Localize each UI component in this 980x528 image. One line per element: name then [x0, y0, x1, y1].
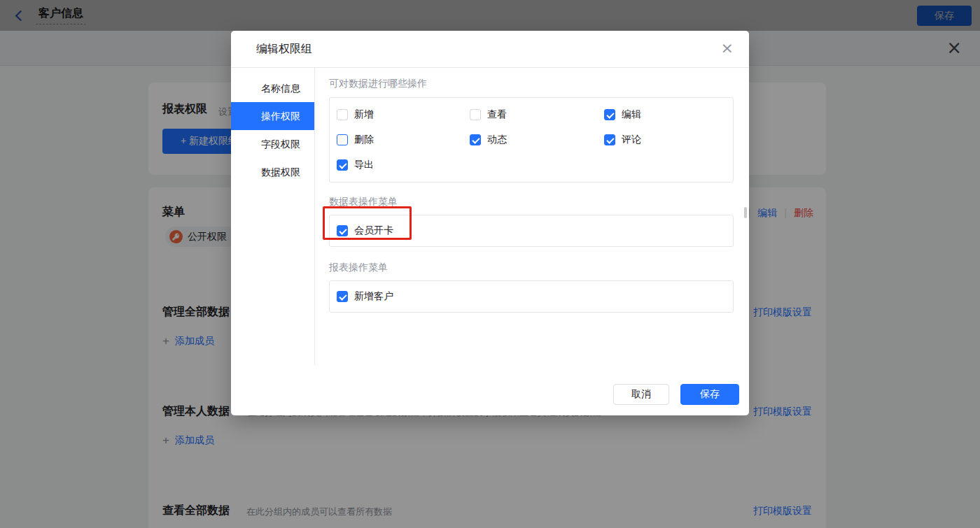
checkbox-item: 删除	[337, 127, 470, 152]
modal-scrollbar-thumb[interactable]	[744, 207, 747, 218]
dialog-header: 编辑权限组 ×	[231, 31, 749, 68]
checkbox[interactable]	[604, 134, 615, 145]
tab-operation-permission[interactable]: 操作权限	[231, 102, 314, 130]
tab-field-permission[interactable]: 字段权限	[231, 130, 314, 158]
checkbox[interactable]	[337, 134, 348, 145]
dialog-title: 编辑权限组	[256, 42, 312, 57]
checkbox[interactable]	[470, 134, 481, 145]
table-menu-section-label: 数据表操作菜单	[329, 196, 734, 208]
operations-checkbox-group: 新增 查看 编辑 删除 动态 评论 导出	[329, 97, 734, 183]
checkbox-item: 编辑	[604, 102, 733, 127]
topbar-dim-overlay	[0, 0, 980, 31]
dialog-footer: 取消 保存	[231, 365, 749, 415]
table-menu-checkbox-group: 会员开卡	[329, 215, 734, 247]
checkbox-item: 会员开卡	[337, 218, 393, 243]
checkbox-item: 新增	[337, 102, 470, 127]
checkbox[interactable]	[337, 291, 348, 302]
dialog-main: 可对数据进行哪些操作 新增 查看 编辑 删除 动态 评论 导出 数据表操作菜单 …	[315, 68, 749, 365]
tab-name-info[interactable]: 名称信息	[231, 74, 314, 102]
checkbox-item: 动态	[470, 127, 604, 152]
report-menu-checkbox-group: 新增客户	[329, 280, 734, 313]
checkbox[interactable]	[337, 159, 348, 171]
checkbox[interactable]	[604, 109, 615, 120]
checkbox-item: 查看	[470, 102, 604, 127]
tab-data-permission[interactable]: 数据权限	[231, 158, 314, 186]
edit-permission-group-dialog: 编辑权限组 × 名称信息 操作权限 字段权限 数据权限 可对数据进行哪些操作 新…	[231, 31, 749, 415]
cancel-button[interactable]: 取消	[613, 384, 669, 405]
checkbox[interactable]	[337, 225, 348, 236]
save-button[interactable]: 保存	[680, 384, 739, 405]
checkbox-item: 评论	[604, 127, 733, 152]
report-menu-section-label: 报表操作菜单	[329, 262, 734, 274]
app-window: 客户信息 保存 × 报表权限 设置 + 新建权限组 菜单 |编辑|删除 公开权限…	[0, 0, 980, 528]
dialog-body: 名称信息 操作权限 字段权限 数据权限 可对数据进行哪些操作 新增 查看 编辑 …	[231, 68, 749, 365]
checkbox[interactable]	[337, 109, 348, 120]
checkbox-item: 新增客户	[337, 284, 393, 309]
checkbox[interactable]	[470, 109, 481, 120]
checkbox-item: 导出	[337, 152, 470, 178]
operations-section-label: 可对数据进行哪些操作	[329, 78, 734, 90]
dialog-close-icon[interactable]: ×	[721, 39, 734, 57]
dialog-side-tabs: 名称信息 操作权限 字段权限 数据权限	[231, 68, 315, 365]
